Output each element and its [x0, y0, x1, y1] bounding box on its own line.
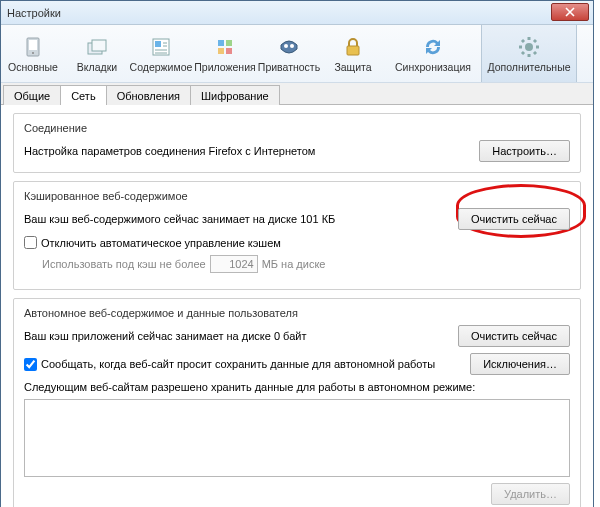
- privacy-icon: [277, 35, 301, 59]
- toolbar-label: Защита: [334, 61, 371, 73]
- toolbar-applications[interactable]: Приложения: [193, 25, 257, 82]
- appcache-usage-text: Ваш кэш приложений сейчас занимает на ди…: [24, 330, 458, 342]
- content-icon: [149, 35, 173, 59]
- svg-point-14: [525, 43, 533, 51]
- general-icon: [21, 35, 45, 59]
- window-title: Настройки: [7, 7, 61, 19]
- cache-usage-text: Ваш кэш веб-содержимого сейчас занимает …: [24, 213, 458, 225]
- close-icon: [565, 7, 575, 17]
- cache-size-input[interactable]: [210, 255, 258, 273]
- cache-limit-label-pre: Использовать под кэш не более: [42, 258, 206, 270]
- toolbar-label: Синхронизация: [395, 61, 471, 73]
- connection-settings-button[interactable]: Настроить…: [479, 140, 570, 162]
- toolbar-label: Содержимое: [130, 61, 193, 73]
- group-title: Соединение: [24, 122, 570, 134]
- toolbar-label: Приложения: [194, 61, 255, 73]
- close-button[interactable]: [551, 3, 589, 21]
- override-cache-checkbox[interactable]: [24, 236, 37, 249]
- toolbar-advanced[interactable]: Дополнительные: [481, 25, 577, 82]
- group-title: Автономное веб-содержимое и данные польз…: [24, 307, 570, 319]
- toolbar-general[interactable]: Основные: [1, 25, 65, 82]
- tab-updates[interactable]: Обновления: [106, 85, 191, 105]
- toolbar-security[interactable]: Защита: [321, 25, 385, 82]
- override-cache-label: Отключить автоматическое управление кэше…: [41, 237, 281, 249]
- tab-network[interactable]: Сеть: [60, 85, 106, 105]
- svg-rect-9: [218, 48, 224, 54]
- panel-network: Соединение Настройка параметров соединен…: [1, 105, 593, 507]
- svg-point-11: [284, 44, 288, 48]
- toolbar-privacy[interactable]: Приватность: [257, 25, 321, 82]
- svg-rect-7: [218, 40, 224, 46]
- subtabs: Общие Сеть Обновления Шифрование: [1, 83, 593, 105]
- tabs-icon: [85, 35, 109, 59]
- connection-desc: Настройка параметров соединения Firefox …: [24, 145, 479, 157]
- notify-offline-checkbox[interactable]: [24, 358, 37, 371]
- lock-icon: [341, 35, 365, 59]
- toolbar-tabs[interactable]: Вкладки: [65, 25, 129, 82]
- toolbar-label: Приватность: [258, 61, 320, 73]
- svg-rect-4: [92, 40, 106, 51]
- offline-list-label: Следующим веб-сайтам разрешено хранить д…: [24, 381, 475, 393]
- group-offline-content: Автономное веб-содержимое и данные польз…: [13, 298, 581, 507]
- toolbar-sync[interactable]: Синхронизация: [385, 25, 481, 82]
- svg-rect-8: [226, 40, 232, 46]
- toolbar-label: Вкладки: [77, 61, 117, 73]
- toolbar-content[interactable]: Содержимое: [129, 25, 193, 82]
- toolbar: Основные Вкладки Содержимое Приложения П…: [1, 25, 593, 83]
- group-title: Кэшированное веб-содержимое: [24, 190, 570, 202]
- svg-rect-13: [347, 46, 359, 55]
- toolbar-label: Дополнительные: [487, 61, 570, 73]
- sync-icon: [421, 35, 445, 59]
- apps-icon: [213, 35, 237, 59]
- group-cached-content: Кэшированное веб-содержимое Ваш кэш веб-…: [13, 181, 581, 290]
- svg-rect-6: [155, 41, 161, 47]
- tab-encryption[interactable]: Шифрование: [190, 85, 280, 105]
- toolbar-label: Основные: [8, 61, 58, 73]
- clear-cache-button[interactable]: Очистить сейчас: [458, 208, 570, 230]
- svg-point-2: [32, 52, 34, 54]
- group-connection: Соединение Настройка параметров соединен…: [13, 113, 581, 173]
- remove-site-button: Удалить…: [491, 483, 570, 505]
- svg-rect-10: [226, 48, 232, 54]
- cache-limit-label-post: МБ на диске: [262, 258, 326, 270]
- svg-rect-1: [29, 40, 37, 50]
- clear-appcache-button[interactable]: Очистить сейчас: [458, 325, 570, 347]
- exceptions-button[interactable]: Исключения…: [470, 353, 570, 375]
- offline-sites-list[interactable]: [24, 399, 570, 477]
- settings-window: Настройки Основные Вкладки Содержимое Пр…: [0, 0, 594, 507]
- tab-general[interactable]: Общие: [3, 85, 61, 105]
- titlebar: Настройки: [1, 1, 593, 25]
- svg-point-12: [290, 44, 294, 48]
- gear-icon: [517, 35, 541, 59]
- notify-offline-label: Сообщать, когда веб-сайт просит сохранит…: [41, 358, 470, 370]
